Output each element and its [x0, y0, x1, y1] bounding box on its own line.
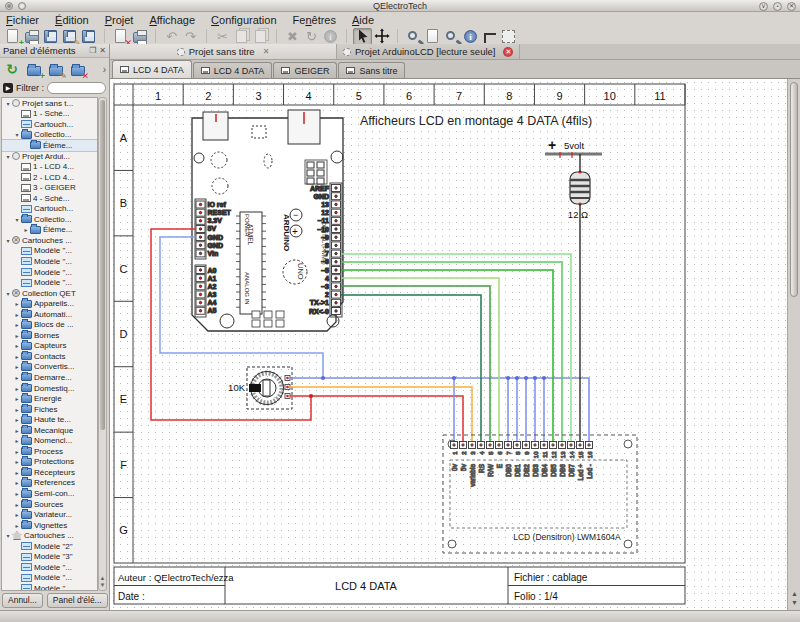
float-panel-icon[interactable]: ❐: [89, 46, 96, 55]
canvas-scroll-down-icon[interactable]: ▼: [790, 599, 799, 607]
conductor-tool-button[interactable]: [480, 28, 499, 45]
expander-icon[interactable]: ▸: [13, 363, 21, 370]
tree-item[interactable]: ▸Energie: [2, 393, 97, 404]
menu-item[interactable]: Configuration: [211, 14, 276, 26]
wire-d3[interactable]: [341, 286, 490, 442]
tree-item[interactable]: ▸Mecanique: [2, 425, 97, 436]
wire-d2[interactable]: [341, 295, 481, 442]
toolbar-overflow-chevron[interactable]: ›: [103, 64, 109, 75]
folio-tab[interactable]: Sans titre: [338, 62, 405, 78]
tree-item[interactable]: ▸Contacts: [2, 351, 97, 362]
tree-item[interactable]: ▸Haute te...: [2, 414, 97, 425]
expander-icon[interactable]: ▸: [13, 406, 21, 413]
expander-icon[interactable]: ▾: [4, 153, 12, 160]
information-button[interactable]: i: [321, 28, 340, 45]
window-menu-icon[interactable]: ⊗: [5, 2, 13, 10]
expander-icon[interactable]: ▸: [13, 448, 21, 455]
tree-item[interactable]: Éléme...: [2, 140, 97, 151]
tree-scrollbar[interactable]: ▲ ▼: [98, 97, 107, 591]
tree-item[interactable]: Modèle "...: [2, 256, 97, 267]
tree-item[interactable]: 1 - Sché...: [2, 109, 97, 120]
maximize-button[interactable]: •: [773, 2, 782, 11]
tree-item[interactable]: Modèle "...: [2, 277, 97, 288]
folio-sheet-button[interactable]: [423, 28, 442, 45]
save-button[interactable]: [41, 28, 60, 45]
tree-item[interactable]: ▸Protections: [2, 457, 97, 468]
panel-tab-button[interactable]: Panel d'élé...: [47, 593, 108, 608]
select-tool-button[interactable]: [353, 28, 372, 45]
titleblock[interactable]: Auteur : QElectroTech/ezza Date : LCD 4 …: [114, 567, 685, 604]
tree-item[interactable]: ▾Cartouches ...: [2, 530, 97, 541]
tree-item[interactable]: ▸Vignettes: [2, 520, 97, 531]
wire-d5[interactable]: [341, 270, 553, 442]
tree-item[interactable]: ▸Semi-con...: [2, 488, 97, 499]
expander-icon[interactable]: ▸: [13, 416, 21, 423]
edit-category-button[interactable]: ✎: [47, 61, 65, 78]
canvas-vscrollbar[interactable]: ▲ ▼: [787, 79, 800, 610]
tree-item[interactable]: ▾Projet Ardui...: [2, 151, 97, 162]
print-button[interactable]: [22, 28, 41, 45]
expander-icon[interactable]: ▸: [13, 479, 21, 486]
folio-tab[interactable]: GEIGER: [273, 62, 337, 78]
tree-item[interactable]: ▸Domestiq...: [2, 383, 97, 394]
tree-item[interactable]: ▾Cartouches ...: [2, 235, 97, 246]
reload-collections-button[interactable]: ↻: [3, 61, 21, 78]
rotate-button[interactable]: ↻: [302, 28, 321, 45]
scroll-up-icon[interactable]: ▲: [99, 575, 106, 581]
tree-item[interactable]: ▾Collection QET: [2, 288, 97, 299]
expander-icon[interactable]: ▾: [4, 532, 12, 539]
expander-icon[interactable]: ▸: [13, 300, 21, 307]
expander-icon[interactable]: ▸: [13, 353, 21, 360]
expander-icon[interactable]: ▸: [22, 226, 30, 233]
expander-icon[interactable]: ▸: [13, 490, 21, 497]
tree-item[interactable]: 1 - LCD 4...: [2, 161, 97, 172]
window-pin-icon[interactable]: [18, 2, 26, 10]
paste-button[interactable]: [251, 28, 270, 45]
canvas-scroll-up-icon[interactable]: ▲: [790, 590, 799, 598]
save-all-button[interactable]: [79, 28, 98, 45]
print-folio-button[interactable]: [130, 28, 149, 45]
scroll-down-icon[interactable]: ▼: [99, 582, 106, 588]
menu-item[interactable]: Fenêtres: [293, 14, 336, 26]
tree-item[interactable]: ▸Fiches: [2, 404, 97, 415]
tree-item[interactable]: ▸Automati...: [2, 309, 97, 320]
expander-icon[interactable]: ▸: [13, 522, 21, 529]
tree-item[interactable]: ▸Sources: [2, 499, 97, 510]
close-tab-icon[interactable]: ✕: [503, 47, 513, 57]
menu-item[interactable]: Fichier: [6, 14, 39, 26]
tree-item[interactable]: Modèle "...: [2, 246, 97, 257]
folio-tab[interactable]: LCD 4 DATA: [193, 62, 273, 78]
expander-icon[interactable]: ▾: [4, 100, 12, 107]
expander-icon[interactable]: ▸: [13, 342, 21, 349]
tree-item[interactable]: ▸Appareils...: [2, 298, 97, 309]
expander-icon[interactable]: ▸: [13, 311, 21, 318]
expander-icon[interactable]: ▸: [13, 458, 21, 465]
element-information-button[interactable]: i: [461, 28, 480, 45]
tree-item[interactable]: ▸References: [2, 478, 97, 489]
tree-item[interactable]: ▸Nomencl...: [2, 436, 97, 447]
delete-category-button[interactable]: ✕: [69, 61, 87, 78]
menu-item[interactable]: Aide: [352, 14, 374, 26]
tree-item[interactable]: 3 - GEIGER: [2, 182, 97, 193]
tree-scrollbar-thumb[interactable]: [100, 100, 105, 430]
cancel-button[interactable]: Annul...: [2, 593, 43, 608]
undo-button[interactable]: ↶: [162, 28, 181, 45]
close-document-button[interactable]: ✕: [111, 28, 130, 45]
expander-icon[interactable]: ▾: [13, 216, 21, 223]
tree-item[interactable]: Modèle "...: [2, 267, 97, 278]
save-as-button[interactable]: ✎: [60, 28, 79, 45]
tree-item[interactable]: 2 - LCD 4...: [2, 172, 97, 183]
move-tool-button[interactable]: [372, 28, 391, 45]
new-category-button[interactable]: +: [25, 61, 43, 78]
tree-item[interactable]: ▸Convertis...: [2, 362, 97, 373]
menu-item[interactable]: Affichage: [149, 14, 195, 26]
menu-item[interactable]: Édition: [55, 14, 89, 26]
close-panel-icon[interactable]: ✕: [99, 46, 106, 55]
lcd-module[interactable]: 10v25v3variable4RS5R/W6E7DB08DB19DB210DB…: [443, 435, 637, 553]
wire-d6[interactable]: [341, 262, 562, 442]
tree-item[interactable]: ▸Process: [2, 446, 97, 457]
new-document-button[interactable]: +: [3, 28, 22, 45]
wire-d4[interactable]: [341, 278, 499, 442]
arduino-uno-board[interactable]: IO refRESET3.3V5VGNDGNDVinA0A1A2A3A4A5AR…: [192, 110, 343, 331]
minimize-button[interactable]: ∨: [759, 2, 768, 11]
